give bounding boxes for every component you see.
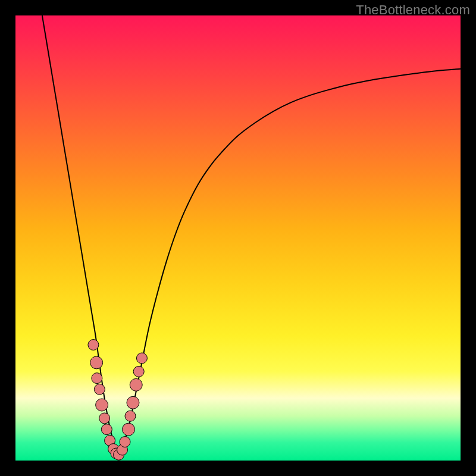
right-branch-curve: [118, 69, 461, 456]
data-markers: [88, 340, 147, 461]
data-marker: [99, 413, 110, 424]
data-marker: [136, 353, 147, 364]
outer-frame: TheBottleneck.com: [0, 0, 476, 476]
data-marker: [88, 340, 99, 350]
data-marker: [90, 356, 103, 369]
chart-overlay: [15, 15, 461, 461]
left-branch-curve: [42, 15, 118, 456]
data-marker: [125, 411, 136, 421]
data-marker: [130, 378, 142, 391]
plot-area: [15, 15, 461, 461]
data-marker: [96, 399, 108, 411]
data-marker: [123, 423, 135, 436]
data-marker: [133, 366, 144, 377]
data-marker: [101, 424, 112, 435]
data-marker: [120, 437, 130, 447]
data-marker: [92, 373, 102, 384]
data-marker: [94, 384, 105, 394]
watermark-label: TheBottleneck.com: [356, 2, 470, 18]
data-marker: [127, 396, 139, 409]
